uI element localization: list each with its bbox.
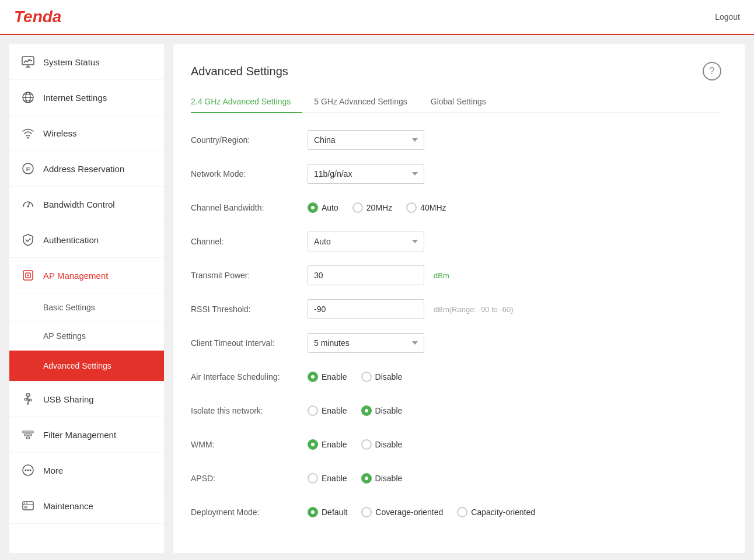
radio-air-disable-circle <box>361 372 372 382</box>
svg-point-28 <box>30 470 32 471</box>
transmit-power-label: Transmit Power: <box>191 271 308 280</box>
channel-label: Channel: <box>191 237 308 246</box>
svg-point-31 <box>24 503 25 504</box>
sidebar-label-ap-settings: AP Settings <box>43 331 86 341</box>
channel-select[interactable]: Auto <box>308 232 424 251</box>
radio-20mhz-label: 20MHz <box>366 203 392 212</box>
tab-5ghz[interactable]: 5 GHz Advanced Settings <box>314 92 419 113</box>
sidebar-item-system-status[interactable]: System Status <box>9 44 164 80</box>
sidebar-label-advanced-settings: Advanced Settings <box>43 361 111 370</box>
advanced-settings-form: Country/Region: China Network Mode: 11b/… <box>191 130 721 523</box>
svg-text:IP: IP <box>26 166 31 172</box>
radio-deployment-capacity-label: Capacity-oriented <box>471 508 535 517</box>
radio-wmm-disable-label: Disable <box>375 440 403 449</box>
rssi-threshold-row: RSSI Threshold: dBm(Range: -90 to -60) <box>191 299 721 320</box>
svg-point-15 <box>27 275 29 276</box>
header: Tenda Logout <box>0 0 754 35</box>
wmm-control: Enable Disable <box>308 439 721 450</box>
wmm-label: WMM: <box>191 440 308 449</box>
sidebar-label-bandwidth-control: Bandwidth Control <box>43 200 115 209</box>
radio-wmm-disable-circle <box>361 439 372 450</box>
sidebar-item-authentication[interactable]: Authentication <box>9 222 164 258</box>
svg-rect-16 <box>26 394 30 396</box>
radio-isolate-disable-circle <box>361 405 372 416</box>
sidebar-label-basic-settings: Basic Settings <box>43 303 95 312</box>
sidebar-item-address-reservation[interactable]: IP Address Reservation <box>9 151 164 187</box>
sidebar-item-ap-management[interactable]: AP Management <box>9 258 164 293</box>
help-icon[interactable]: ? <box>703 62 721 80</box>
air-interface-radio-group: Enable Disable <box>308 372 402 382</box>
deployment-control: Default Coverage-oriented Capacity-orien… <box>308 507 721 517</box>
isolate-radio-group: Enable Disable <box>308 405 402 416</box>
sidebar-item-maintenance[interactable]: Maintenance <box>9 488 164 524</box>
svg-point-26 <box>25 470 27 471</box>
wmm-enable[interactable]: Enable <box>308 439 347 450</box>
channel-bandwidth-auto[interactable]: Auto <box>308 202 338 213</box>
sidebar-item-filter-management[interactable]: Filter Management <box>9 417 164 453</box>
deployment-default[interactable]: Default <box>308 507 347 517</box>
sidebar-label-internet-settings: Internet Settings <box>43 93 107 103</box>
sidebar-item-advanced-settings[interactable]: Advanced Settings <box>9 351 164 382</box>
channel-bandwidth-control: Auto 20MHz 40MHz <box>308 202 721 213</box>
radio-apsd-disable-circle <box>361 473 372 484</box>
network-mode-select[interactable]: 11b/g/n/ax <box>308 164 424 184</box>
sidebar-item-basic-settings[interactable]: Basic Settings <box>9 293 164 322</box>
isolate-disable[interactable]: Disable <box>361 405 403 416</box>
country-region-select[interactable]: China <box>308 130 424 150</box>
sidebar-label-wireless: Wireless <box>43 128 77 138</box>
svg-rect-22 <box>23 431 33 433</box>
channel-bandwidth-label: Channel Bandwidth: <box>191 203 308 212</box>
wifi-icon <box>21 126 35 140</box>
apsd-radio-group: Enable Disable <box>308 473 402 484</box>
isolate-enable[interactable]: Enable <box>308 405 347 416</box>
apsd-enable[interactable]: Enable <box>308 473 347 484</box>
client-timeout-select[interactable]: 5 minutes <box>308 333 424 353</box>
sidebar-item-bandwidth-control[interactable]: Bandwidth Control <box>9 187 164 222</box>
deployment-coverage[interactable]: Coverage-oriented <box>361 507 443 517</box>
logout-button[interactable]: Logout <box>715 12 740 22</box>
wmm-disable[interactable]: Disable <box>361 439 403 450</box>
apsd-disable[interactable]: Disable <box>361 473 403 484</box>
sidebar-item-wireless[interactable]: Wireless <box>9 116 164 151</box>
channel-control: Auto <box>308 232 721 251</box>
radio-wmm-enable-circle <box>308 439 318 450</box>
speedometer-icon <box>21 197 35 211</box>
sidebar-item-internet-settings[interactable]: Internet Settings <box>9 80 164 116</box>
air-interface-label: Air Interface Scheduling: <box>191 372 308 382</box>
sidebar-item-usb-sharing[interactable]: USB Sharing <box>9 382 164 417</box>
channel-bandwidth-40mhz[interactable]: 40MHz <box>406 202 446 213</box>
radio-wmm-enable-label: Enable <box>322 440 347 449</box>
svg-rect-24 <box>26 437 30 439</box>
deployment-capacity[interactable]: Capacity-oriented <box>457 507 535 517</box>
radio-isolate-disable-label: Disable <box>375 406 403 415</box>
isolate-row: Isolate this network: Enable Disable <box>191 400 721 421</box>
radio-air-disable-label: Disable <box>375 372 403 382</box>
air-interface-disable[interactable]: Disable <box>361 372 403 382</box>
sidebar-item-ap-settings[interactable]: AP Settings <box>9 322 164 351</box>
client-timeout-row: Client Timeout Interval: 5 minutes <box>191 332 721 354</box>
page-title: Advanced Settings <box>191 65 288 78</box>
rssi-threshold-control: dBm(Range: -90 to -60) <box>308 299 721 319</box>
channel-bandwidth-row: Channel Bandwidth: Auto 20MHz <box>191 197 721 218</box>
transmit-power-input[interactable] <box>308 265 424 285</box>
tab-global[interactable]: Global Settings <box>431 92 498 113</box>
channel-bandwidth-20mhz[interactable]: 20MHz <box>352 202 392 213</box>
sidebar-label-system-status: System Status <box>43 57 100 67</box>
air-interface-enable[interactable]: Enable <box>308 372 347 382</box>
tab-2.4ghz[interactable]: 2.4 GHz Advanced Settings <box>191 92 302 113</box>
globe-icon <box>21 90 35 104</box>
sidebar-label-maintenance: Maintenance <box>43 501 93 511</box>
sidebar-label-filter-management: Filter Management <box>43 430 116 440</box>
deployment-row: Deployment Mode: Default Coverage-orient… <box>191 502 721 523</box>
more-icon <box>21 463 35 477</box>
radio-apsd-enable-circle <box>308 473 318 484</box>
country-region-row: Country/Region: China <box>191 130 721 150</box>
apsd-row: APSD: Enable Disable <box>191 468 721 489</box>
sidebar-item-more[interactable]: More <box>9 453 164 488</box>
radio-40mhz-label: 40MHz <box>420 203 446 212</box>
maintenance-icon <box>21 499 35 513</box>
logo: Tenda <box>14 8 61 26</box>
rssi-threshold-input[interactable] <box>308 299 424 319</box>
transmit-power-unit: dBm <box>434 271 449 280</box>
radio-deployment-coverage-circle <box>361 507 372 517</box>
